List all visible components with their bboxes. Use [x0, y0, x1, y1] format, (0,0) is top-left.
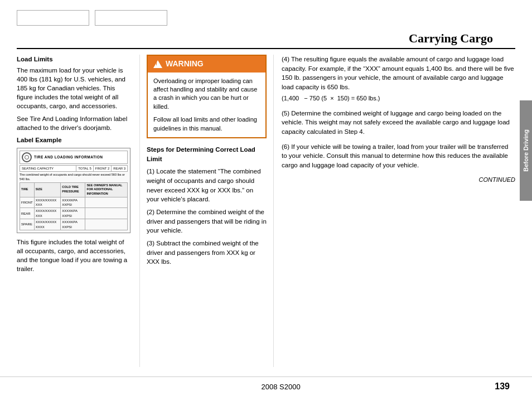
side-label-text: Before Driving — [523, 129, 529, 172]
step-4-formula: (1,400 − 750 (5 × 150) = 650 lbs.) — [282, 94, 515, 103]
table-row: SPARE XXXX/XXXXX XXXX XXXXKPA XXPSI — [20, 219, 128, 230]
page-footer: 2008 S2000 139 — [0, 376, 532, 396]
steps-section: Steps for Determining Correct Load Limit… — [147, 145, 267, 267]
label-note: The combined weight of occupants and car… — [20, 172, 128, 182]
row-rear-pressure: XXXXKPA XXPSI — [61, 208, 85, 219]
seating-rear: REAR 3 — [111, 166, 127, 171]
tire-table: TIRE SIZE COLD TIRE PRESSURE SEE OWNER'S… — [20, 182, 128, 230]
table-row: FRONT XXXX/XXXXX XXX XXXXKPA XXPSI — [20, 197, 128, 208]
row-front-size: XXXX/XXXXX XXX — [34, 197, 61, 208]
warning-body: Overloading or improper loading can affe… — [148, 73, 265, 137]
warning-triangle-icon — [153, 60, 162, 68]
footer-model: 2008 S2000 — [262, 383, 301, 391]
load-limits-para2: See Tire And Loading Information label a… — [17, 114, 130, 132]
tire-label-title: TIRE AND LOADING INFORMATION — [34, 154, 103, 160]
header-tabs — [0, 0, 532, 31]
warning-label: WARNING — [166, 59, 204, 70]
step-4: (4) The resulting figure equals the avai… — [282, 55, 515, 92]
step-6: (6) If your vehicle will be towing a tra… — [282, 142, 515, 170]
step-1: (1) Locate the statement “The combined w… — [147, 167, 267, 204]
warning-header: WARNING — [148, 56, 265, 73]
footer-center: 2008 S2000 — [262, 383, 301, 391]
row-spare-pressure: XXXXKPA XXPSI — [61, 219, 85, 230]
main-content: Load Limits The maximum load for your ve… — [0, 49, 532, 367]
left-column: Load Limits The maximum load for your ve… — [17, 55, 139, 367]
table-row: REAR XXXX/XXXXX XXX XXXXKPA XXPSI — [20, 208, 128, 219]
step-6-block: (6) If your vehicle will be towing a tra… — [282, 142, 515, 170]
tire-icon-inner — [25, 155, 29, 160]
figure-includes-para: This figure includes the total weight of… — [17, 238, 130, 273]
row-front-pressure: XXXXKPA XXPSI — [61, 197, 85, 208]
table-col-size: SIZE — [34, 182, 61, 197]
table-col-tire: TIRE — [20, 182, 35, 197]
label-example-box: TIRE AND LOADING INFORMATION SEATING CAP… — [17, 148, 130, 233]
step-5: (5) Determine the combined weight of lug… — [282, 109, 515, 137]
row-rear-tire: REAR — [20, 208, 35, 219]
right-column: (4) The resulting figure equals the avai… — [273, 55, 515, 367]
row-spare-size: XXXX/XXXXX XXXX — [34, 219, 61, 230]
seating-front: FRONT 2 — [93, 166, 112, 171]
step-2: (2) Determine the combined weight of the… — [147, 207, 267, 235]
page-title: Carrying Cargo — [409, 31, 493, 46]
side-label: Before Driving — [520, 100, 532, 201]
step-4-block: (4) The resulting figure equals the avai… — [282, 55, 515, 103]
tire-label-header: TIRE AND LOADING INFORMATION — [20, 151, 128, 164]
steps-heading: Steps for Determining Correct Load Limit — [147, 145, 267, 163]
step-5-block: (5) Determine the combined weight of lug… — [282, 109, 515, 137]
continued-text: CONTINUED — [282, 176, 515, 185]
step-3: (3) Subtract the combined weight of the … — [147, 239, 267, 267]
tab-1[interactable] — [17, 10, 89, 26]
row-front-tire: FRONT — [20, 197, 35, 208]
seating-total: TOTAL 5 — [76, 166, 93, 171]
label-example-heading: Label Example — [17, 136, 130, 144]
load-limits-para1: The maximum load for your vehicle is 400… — [17, 66, 130, 110]
warning-para-2: Follow all load limits and other loading… — [153, 115, 260, 133]
middle-column: WARNING Overloading or improper loading … — [139, 55, 273, 367]
seating-capacity-row: SEATING CAPACITY TOTAL 5 FRONT 2 REAR 3 — [20, 165, 128, 172]
table-col-info: SEE OWNER'S MANUAL FOR ADDITIONAL INFORM… — [85, 182, 128, 197]
load-limits-heading: Load Limits — [17, 55, 130, 64]
row-front-info — [85, 197, 128, 208]
warning-box: WARNING Overloading or improper loading … — [147, 55, 267, 138]
row-spare-tire: SPARE — [20, 219, 35, 230]
seating-capacity-label: SEATING CAPACITY — [20, 166, 76, 171]
table-col-pressure: COLD TIRE PRESSURE — [61, 182, 85, 197]
tire-icon — [22, 152, 32, 162]
row-rear-size: XXXX/XXXXX XXX — [34, 208, 61, 219]
row-rear-info — [85, 208, 128, 219]
row-spare-info — [85, 219, 128, 230]
footer-page-number: 139 — [495, 381, 510, 392]
tab-2[interactable] — [95, 10, 167, 26]
page-title-area: Carrying Cargo — [17, 31, 515, 49]
warning-para-1: Overloading or improper loading can affe… — [153, 77, 260, 112]
